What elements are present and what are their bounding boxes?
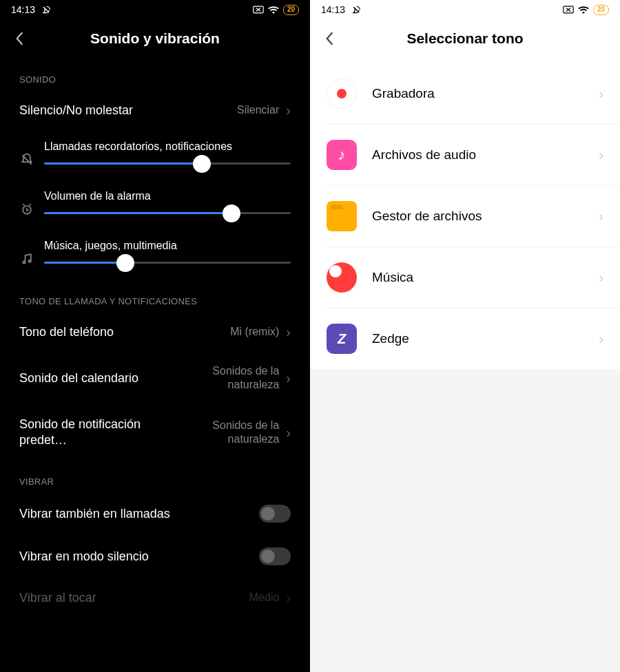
select-tone-screen: 14:13 20 Seleccionar tono Grabadora › — [310, 0, 620, 672]
tone-item-label: Música — [372, 270, 583, 285]
tone-item-music[interactable]: Música › — [327, 246, 620, 308]
battery-indicator: 20 — [283, 5, 299, 15]
mute-notifications-icon — [41, 4, 52, 15]
section-vibrate: VIBRAR — [0, 460, 310, 492]
audio-files-icon: ♪ — [327, 140, 357, 170]
section-sound: SONIDO — [0, 58, 310, 90]
section-ringtone: TONO DE LLAMADA Y NOTIFICACIONES — [0, 280, 310, 312]
tone-item-recorder[interactable]: Grabadora › — [310, 63, 620, 124]
vibrate-touch-value: Medio — [249, 591, 280, 605]
chevron-right-icon: › — [599, 209, 603, 223]
status-time: 14:13 — [11, 4, 35, 15]
page-title: Seleccionar tono — [310, 30, 620, 47]
vibrate-touch-row[interactable]: Vibrar al tocar Medio › — [0, 578, 310, 606]
slider-alarm: Volumen de la alarma — [0, 180, 310, 230]
slider-media: Música, juegos, multimedia — [0, 230, 310, 280]
header: Sonido y vibración — [0, 19, 310, 58]
chevron-right-icon: › — [286, 591, 291, 605]
status-time: 14:13 — [321, 4, 345, 15]
vibrate-calls-switch[interactable] — [259, 505, 291, 523]
vibrate-touch-label: Vibrar al tocar — [19, 590, 96, 606]
mute-notifications-icon — [351, 4, 362, 15]
back-button[interactable] — [11, 30, 28, 47]
notification-sound-row[interactable]: Sonido de notificación predet… Sonidos d… — [0, 404, 310, 460]
chevron-right-icon: › — [286, 325, 291, 339]
chevron-right-icon: › — [286, 371, 291, 385]
tone-item-label: Grabadora — [372, 86, 583, 101]
tone-item-label: Gestor de archivos — [372, 209, 583, 224]
tone-item-label: Archivos de audio — [372, 147, 583, 162]
slider-calls-track[interactable] — [44, 162, 291, 165]
tone-item-file-manager[interactable]: Gestor de archivos › — [327, 185, 620, 246]
calendar-sound-value: Sonidos de la naturaleza — [189, 364, 279, 392]
notification-sound-label: Sonido de notificación predet… — [19, 417, 171, 448]
recorder-icon — [327, 78, 357, 109]
slider-thumb[interactable] — [223, 204, 240, 222]
vibrate-silent-switch[interactable] — [259, 547, 291, 565]
svg-point-2 — [23, 261, 25, 263]
chevron-right-icon: › — [599, 87, 603, 101]
header: Seleccionar tono — [310, 19, 620, 58]
ringtone-row[interactable]: Tono del teléfono Mi (remix) › — [0, 312, 310, 353]
slider-calls-label: Llamadas recordatorios, notificaciones — [44, 140, 291, 153]
calendar-sound-row[interactable]: Sonido del calendario Sonidos de la natu… — [0, 352, 310, 404]
silence-dnd-label: Silencio/No molestar — [19, 103, 133, 118]
slider-calls: Llamadas recordatorios, notificaciones — [0, 131, 310, 180]
music-note-icon — [19, 252, 34, 266]
vibrate-calls-label: Vibrar también en llamadas — [19, 506, 170, 522]
wifi-icon — [578, 4, 589, 15]
slider-alarm-label: Volumen de la alarma — [44, 190, 291, 202]
slider-thumb[interactable] — [116, 254, 134, 272]
svg-point-3 — [29, 260, 31, 262]
chevron-right-icon: › — [599, 271, 603, 284]
wifi-icon — [268, 4, 279, 15]
no-sim-icon — [563, 4, 574, 15]
slider-thumb[interactable] — [193, 155, 211, 173]
slider-media-label: Música, juegos, multimedia — [44, 240, 291, 252]
sound-vibration-screen: 14:13 20 Sonido y vibración SONIDO Silen… — [0, 0, 310, 672]
no-sim-icon — [253, 4, 264, 15]
ringtone-label: Tono del teléfono — [19, 324, 114, 340]
tone-item-label: Zedge — [372, 331, 583, 346]
bell-off-icon — [19, 153, 34, 167]
tone-item-zedge[interactable]: Z Zedge › — [327, 308, 620, 369]
vibrate-silent-row[interactable]: Vibrar en modo silencio — [0, 535, 310, 578]
status-bar: 14:13 20 — [0, 0, 310, 19]
silence-dnd-row[interactable]: Silencio/No molestar Silenciar › — [0, 90, 310, 131]
empty-area — [310, 369, 620, 672]
chevron-right-icon: › — [599, 148, 603, 162]
ringtone-value: Mi (remix) — [230, 325, 279, 339]
music-app-icon — [327, 262, 357, 293]
chevron-right-icon: › — [286, 426, 291, 439]
chevron-right-icon: › — [286, 103, 291, 117]
vibrate-calls-row[interactable]: Vibrar también en llamadas — [0, 492, 310, 535]
zedge-icon: Z — [327, 324, 357, 354]
slider-alarm-track[interactable] — [44, 212, 291, 214]
chevron-right-icon: › — [599, 332, 603, 346]
file-manager-icon — [327, 201, 357, 231]
silence-dnd-value: Silenciar — [237, 103, 279, 117]
battery-indicator: 20 — [593, 5, 609, 15]
slider-media-track[interactable] — [44, 262, 291, 264]
calendar-sound-label: Sonido del calendario — [19, 370, 138, 386]
tone-source-list: Grabadora › ♪ Archivos de audio › Gestor… — [310, 58, 620, 369]
back-button[interactable] — [321, 30, 338, 47]
page-title: Sonido y vibración — [0, 30, 310, 47]
tone-item-audio-files[interactable]: ♪ Archivos de audio › — [327, 124, 620, 185]
notification-sound-value: Sonidos de la naturaleza — [189, 419, 279, 446]
vibrate-silent-label: Vibrar en modo silencio — [19, 549, 149, 565]
alarm-icon — [19, 202, 34, 216]
status-bar: 14:13 20 — [310, 0, 620, 19]
